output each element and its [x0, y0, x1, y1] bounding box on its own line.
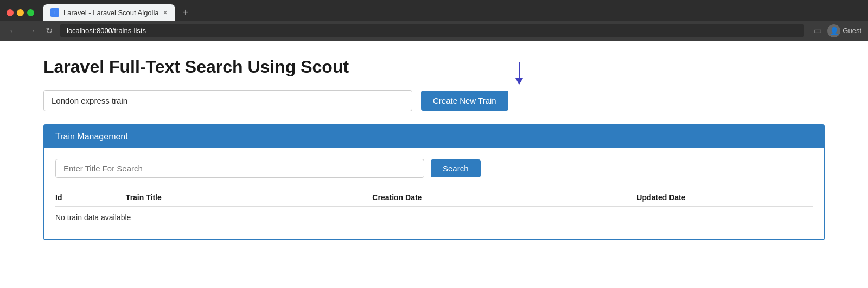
- table-body: No train data available: [55, 207, 813, 229]
- tab-close-button[interactable]: ×: [163, 8, 168, 17]
- page-content: Laravel Full-Text Search Using Scout Cre…: [0, 41, 868, 274]
- close-window-button[interactable]: [7, 9, 14, 16]
- card-header: Train Management: [44, 125, 824, 148]
- card-header-title: Train Management: [55, 132, 128, 141]
- table-header-row: Id Train Title Creation Date Updated Dat…: [55, 189, 813, 207]
- browser-tab[interactable]: L Laravel - Laravel Scout Algolia ×: [43, 4, 175, 21]
- address-input[interactable]: [60, 24, 804, 37]
- table-head: Id Train Title Creation Date Updated Dat…: [55, 189, 813, 207]
- column-header-created: Creation Date: [372, 189, 636, 207]
- column-header-title: Train Title: [126, 189, 373, 207]
- maximize-window-button[interactable]: [27, 9, 34, 16]
- arrow-indicator: [515, 62, 523, 85]
- arrow-head: [515, 78, 523, 85]
- page-title: Laravel Full-Text Search Using Scout: [43, 57, 825, 77]
- guest-avatar: 👤: [827, 24, 840, 37]
- minimize-window-button[interactable]: [17, 9, 24, 16]
- tab-favicon: L: [50, 8, 59, 17]
- cast-button[interactable]: ▭: [814, 25, 822, 36]
- train-title-input[interactable]: [43, 90, 412, 111]
- search-input[interactable]: [55, 159, 424, 178]
- guest-label: Guest: [843, 27, 861, 35]
- tab-title: Laravel - Laravel Scout Algolia: [63, 9, 159, 17]
- back-button[interactable]: ←: [7, 25, 20, 37]
- browser-chrome: L Laravel - Laravel Scout Algolia × + ← …: [0, 0, 868, 41]
- search-row: Search: [55, 159, 813, 178]
- arrow-line: [519, 62, 520, 78]
- table-row-empty: No train data available: [55, 207, 813, 229]
- empty-message: No train data available: [55, 207, 813, 229]
- browser-actions: ▭ 👤 Guest: [814, 24, 861, 37]
- train-management-card: Train Management Search Id Train Title C…: [43, 124, 825, 240]
- reload-button[interactable]: ↻: [43, 24, 55, 37]
- column-header-updated: Updated Date: [636, 189, 813, 207]
- window-controls: [7, 9, 34, 16]
- search-button[interactable]: Search: [431, 159, 481, 177]
- tab-bar: L Laravel - Laravel Scout Algolia × +: [0, 0, 868, 21]
- guest-menu[interactable]: 👤 Guest: [827, 24, 861, 37]
- address-bar: ← → ↻ ▭ 👤 Guest: [0, 21, 868, 41]
- card-body: Search Id Train Title Creation Date Upda…: [44, 148, 824, 239]
- trains-table: Id Train Title Creation Date Updated Dat…: [55, 189, 813, 228]
- top-form: Create New Train: [43, 90, 825, 111]
- create-new-train-button[interactable]: Create New Train: [421, 91, 508, 111]
- column-header-id: Id: [55, 189, 126, 207]
- forward-button[interactable]: →: [25, 25, 38, 37]
- new-tab-button[interactable]: +: [178, 5, 193, 21]
